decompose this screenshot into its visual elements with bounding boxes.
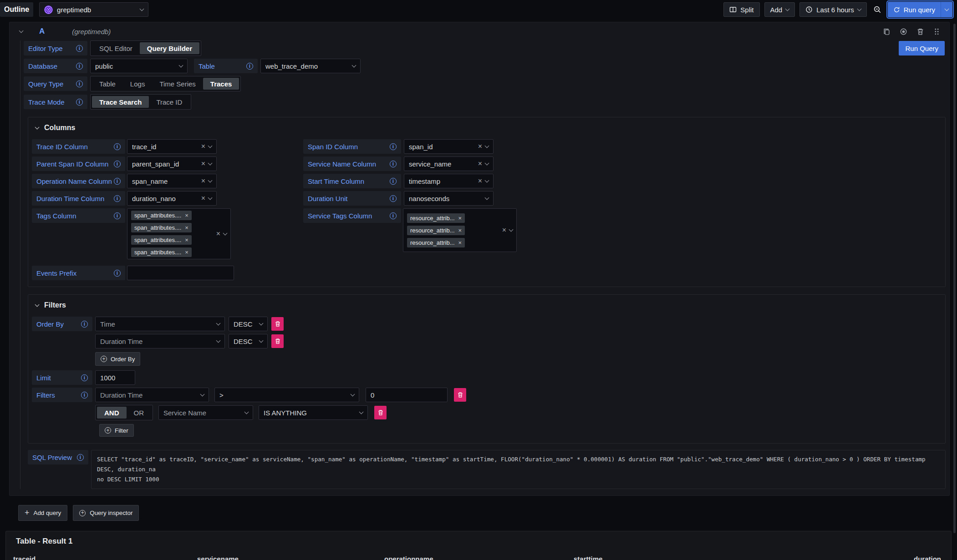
operation-name-column-select[interactable]: span_name [127, 174, 217, 188]
remove-order-by-button[interactable] [271, 334, 284, 348]
clear-icon[interactable] [216, 230, 220, 237]
query-row-header[interactable]: A (greptimedb) [15, 22, 946, 40]
tag-chip[interactable]: span_attributes.... [131, 235, 192, 245]
clear-icon[interactable] [201, 160, 205, 167]
filter-logic-or[interactable]: OR [127, 407, 152, 419]
info-icon[interactable] [114, 161, 121, 167]
service-tag-chip[interactable]: resource_attrib... [407, 213, 465, 223]
remove-filter-button[interactable] [454, 388, 466, 402]
filter-field-select[interactable]: Duration Time [95, 388, 209, 402]
query-type-option-logs[interactable]: Logs [123, 78, 153, 90]
query-type-option-time-series[interactable]: Time Series [152, 78, 203, 90]
order-by-field-select[interactable]: Time [95, 317, 225, 331]
remove-chip-icon[interactable] [458, 227, 462, 234]
tag-chip[interactable]: span_attributes.... [131, 211, 192, 220]
remove-chip-icon[interactable] [185, 224, 188, 231]
add-query-button[interactable]: + Add query [18, 505, 67, 521]
filter-logic-and[interactable]: AND [97, 407, 127, 419]
info-icon[interactable] [390, 143, 397, 150]
query-type-option-table[interactable]: Table [92, 78, 123, 90]
trace-id-column-select[interactable]: trace_id [127, 139, 217, 154]
remove-chip-icon[interactable] [185, 212, 188, 219]
time-range-picker[interactable]: Last 6 hours [799, 2, 867, 17]
start-time-column-select[interactable]: timestamp [404, 174, 494, 188]
info-icon[interactable] [76, 63, 83, 70]
order-by-field-select[interactable]: Duration Time [95, 334, 225, 348]
clear-icon[interactable] [201, 143, 205, 150]
remove-filter-button[interactable] [374, 406, 387, 419]
query-type-option-traces[interactable]: Traces [203, 78, 239, 90]
filter-value-input[interactable] [366, 388, 448, 402]
info-icon[interactable] [81, 321, 88, 328]
clear-icon[interactable] [478, 160, 482, 167]
query-inspector-button[interactable]: Query inspector [73, 505, 139, 521]
info-icon[interactable] [114, 212, 121, 219]
toggle-visibility-icon[interactable] [900, 28, 907, 35]
limit-input[interactable] [95, 370, 135, 385]
add-button[interactable]: Add [764, 2, 795, 17]
editor-type-option-query-builder[interactable]: Query Builder [140, 42, 199, 54]
duplicate-query-icon[interactable] [883, 28, 891, 35]
clear-icon[interactable] [201, 177, 205, 185]
tag-chip[interactable]: span_attributes.... [131, 223, 192, 232]
add-filter-button[interactable]: Filter [99, 424, 134, 437]
service-tags-column-select[interactable]: resource_attrib... resource_attrib... re… [403, 208, 517, 252]
span-id-column-select[interactable]: span_id [404, 139, 494, 154]
run-query-options-button[interactable] [941, 2, 952, 17]
clear-icon[interactable] [201, 195, 205, 202]
trace-mode-option-trace-search[interactable]: Trace Search [92, 96, 149, 108]
filters-section-header[interactable]: Filters [36, 301, 940, 309]
info-icon[interactable] [81, 392, 88, 399]
run-query-button[interactable]: Run query [888, 2, 941, 17]
events-prefix-input[interactable] [127, 266, 234, 280]
clear-icon[interactable] [478, 177, 482, 185]
column-header-operationname[interactable]: operationname [377, 550, 566, 560]
remove-order-by-button[interactable] [271, 317, 284, 331]
filter-operator-select[interactable]: IS ANYTHING [259, 405, 368, 420]
info-icon[interactable] [246, 63, 253, 70]
tag-chip[interactable]: span_attributes.... [131, 247, 192, 257]
column-header-duration[interactable]: duration [896, 550, 951, 560]
vertical-scrollbar[interactable] [953, 24, 956, 533]
filter-field-select[interactable]: Service Name [158, 405, 253, 420]
column-header-servicename[interactable]: servicename [190, 550, 377, 560]
info-icon[interactable] [390, 195, 397, 202]
order-by-direction-select[interactable]: DESC [229, 317, 268, 331]
parent-span-id-column-select[interactable]: parent_span_id [127, 156, 217, 171]
drag-handle-icon[interactable] [933, 28, 940, 35]
filter-operator-select[interactable]: > [214, 388, 359, 402]
info-icon[interactable] [114, 143, 121, 150]
trace-mode-option-trace-id[interactable]: Trace ID [149, 96, 189, 108]
clear-icon[interactable] [478, 143, 482, 150]
service-name-column-select[interactable]: service_name [404, 156, 494, 171]
info-icon[interactable] [76, 81, 83, 87]
duration-unit-select[interactable]: nanoseconds [404, 191, 494, 206]
table-select[interactable]: web_trace_demo [260, 59, 361, 73]
database-select[interactable]: public [90, 59, 188, 73]
info-icon[interactable] [114, 270, 121, 277]
clear-icon[interactable] [502, 227, 506, 234]
info-icon[interactable] [77, 454, 84, 461]
editor-type-option-sql-editor[interactable]: SQL Editor [92, 42, 140, 54]
info-icon[interactable] [390, 212, 397, 219]
service-tag-chip[interactable]: resource_attrib... [407, 238, 465, 247]
split-button[interactable]: Split [723, 2, 759, 17]
info-icon[interactable] [114, 178, 121, 185]
delete-query-icon[interactable] [916, 28, 924, 35]
remove-chip-icon[interactable] [458, 239, 462, 246]
duration-time-column-select[interactable]: duration_nano [127, 191, 217, 206]
column-header-traceid[interactable]: traceid [6, 550, 190, 560]
info-icon[interactable] [76, 99, 83, 106]
info-icon[interactable] [81, 374, 88, 381]
remove-chip-icon[interactable] [185, 249, 188, 256]
remove-chip-icon[interactable] [185, 237, 188, 243]
add-order-by-button[interactable]: Order By [95, 352, 140, 366]
column-header-starttime[interactable]: starttime [566, 550, 896, 560]
zoom-out-button[interactable] [871, 2, 883, 17]
service-tag-chip[interactable]: resource_attrib... [407, 226, 465, 235]
columns-section-header[interactable]: Columns [36, 124, 940, 132]
collapse-chevron-icon[interactable] [19, 28, 24, 33]
info-icon[interactable] [390, 178, 397, 185]
info-icon[interactable] [114, 195, 121, 202]
info-icon[interactable] [76, 45, 83, 52]
